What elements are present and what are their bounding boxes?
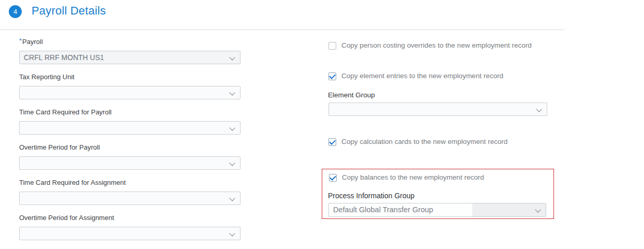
process-information-group-label: Process Information Group (328, 192, 414, 200)
checkbox-row-balances: Copy balances to the new employment reco… (329, 173, 484, 182)
payroll-select[interactable]: CRFL RRF MONTH US1 (19, 51, 241, 64)
step-number-badge: 4 (9, 5, 22, 18)
copy-person-costing-checkbox[interactable] (328, 42, 336, 50)
field-group-time-card-required-payroll: Time Card Required for Payroll (19, 108, 241, 116)
field-label: Overtime Period for Payroll (19, 143, 241, 152)
page-title: Payroll Details (32, 4, 106, 18)
highlight-box: Copy balances to the new employment reco… (322, 169, 554, 219)
tax-reporting-unit-select[interactable] (19, 86, 241, 99)
checkbox-label: Copy balances to the new employment reco… (342, 173, 484, 182)
chevron-down-icon (229, 125, 235, 130)
checkbox-row-calculation-cards: Copy calculation cards to the new employ… (328, 138, 507, 146)
field-group-payroll: *Payroll CRFL RRF MONTH US1 (19, 38, 241, 46)
field-group-time-card-required-assignment: Time Card Required for Assignment (19, 179, 241, 187)
section-divider (0, 30, 564, 30)
chevron-down-icon (229, 160, 235, 166)
chevron-down-icon (535, 207, 541, 212)
checkbox-row-person-costing: Copy person costing overrides to the new… (328, 41, 532, 50)
process-information-group-select[interactable]: Default Global Transfer Group (328, 203, 546, 217)
required-indicator: * (19, 37, 22, 45)
field-group-overtime-period-assignment: Overtime Period for Assignment (19, 214, 241, 222)
overtime-period-assignment-select[interactable] (19, 227, 241, 240)
chevron-down-icon (536, 106, 542, 112)
copy-balances-checkbox[interactable] (329, 174, 337, 182)
checkbox-label: Copy element entries to the new employme… (341, 72, 503, 80)
checkbox-row-element-entries: Copy element entries to the new employme… (328, 72, 503, 80)
chevron-down-icon (229, 54, 235, 60)
field-label: Time Card Required for Payroll (19, 108, 241, 116)
element-group-label: Element Group (328, 91, 375, 99)
payroll-details-section: 4 Payroll Details *Payroll CRFL RRF MONT… (0, 0, 644, 249)
field-group-overtime-period-payroll: Overtime Period for Payroll (19, 143, 241, 152)
chevron-down-icon (229, 195, 235, 201)
checkbox-label: Copy calculation cards to the new employ… (341, 138, 507, 146)
copy-element-entries-checkbox[interactable] (328, 72, 336, 80)
field-group-tax-reporting-unit: Tax Reporting Unit (19, 73, 241, 81)
process-information-group-select-value: Default Global Transfer Group (333, 203, 530, 216)
chevron-down-icon (229, 90, 235, 95)
field-label: Overtime Period for Assignment (19, 214, 241, 222)
field-label: Tax Reporting Unit (19, 73, 241, 81)
element-group-select[interactable] (328, 102, 547, 116)
field-label: Time Card Required for Assignment (19, 179, 241, 187)
field-label: *Payroll (19, 38, 241, 46)
checkbox-label: Copy person costing overrides to the new… (341, 41, 532, 50)
copy-calculation-cards-checkbox[interactable] (328, 138, 336, 146)
time-card-required-assignment-select[interactable] (19, 192, 241, 205)
payroll-select-value: CRFL RRF MONTH US1 (24, 51, 224, 64)
time-card-required-payroll-select[interactable] (19, 121, 241, 135)
overtime-period-payroll-select[interactable] (19, 156, 241, 170)
chevron-down-icon (229, 230, 235, 236)
